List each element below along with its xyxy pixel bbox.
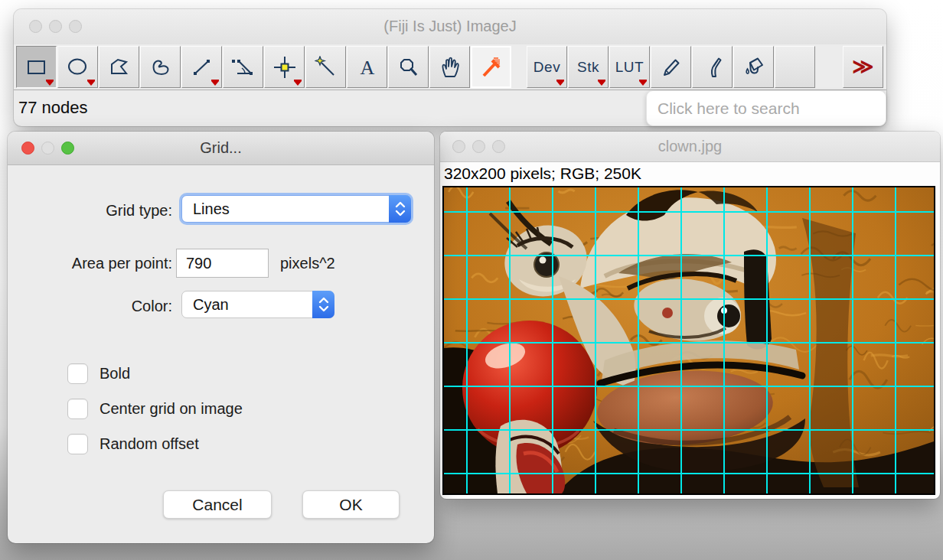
image-window-title: clown.jpg <box>440 138 940 155</box>
image-titlebar[interactable]: clown.jpg <box>440 132 940 162</box>
random-offset-checkbox-row: Random offset <box>67 434 199 454</box>
tool-menu-marker <box>211 81 219 86</box>
svg-text:A: A <box>360 57 374 79</box>
tool-fill[interactable] <box>733 46 774 88</box>
stepper-icon <box>389 195 411 223</box>
area-per-point-label: Area per point: <box>8 255 172 272</box>
tool-menu-marker <box>556 81 564 86</box>
area-unit-label: pixels^2 <box>280 255 335 272</box>
main-window-title: (Fiji Is Just) ImageJ <box>14 18 886 35</box>
image-info-text: 320x200 pixels; RGB; 250K <box>444 164 641 183</box>
lut-label: LUT <box>615 59 644 76</box>
center-grid-checkbox[interactable] <box>67 399 88 419</box>
tool-freehand[interactable] <box>140 46 181 88</box>
main-status-text: 77 nodes <box>18 98 88 118</box>
more-tools-label: ≫ <box>852 57 873 77</box>
dialog-titlebar[interactable]: Grid... <box>8 132 434 165</box>
tool-angle[interactable] <box>223 46 263 88</box>
tool-color-picker[interactable] <box>471 46 511 88</box>
tool-polygon[interactable] <box>99 46 139 88</box>
dev-label: Dev <box>533 59 560 76</box>
stepper-icon <box>312 291 334 318</box>
color-value: Cyan <box>193 296 229 314</box>
center-grid-checkbox-label: Center grid on image <box>100 400 243 418</box>
tool-pencil[interactable] <box>651 46 691 88</box>
toolbar: A Dev Stk LUT <box>14 44 886 90</box>
cancel-button[interactable]: Cancel <box>163 490 272 519</box>
tool-lut-menu[interactable]: LUT <box>609 46 650 88</box>
tool-text[interactable]: A <box>347 46 387 88</box>
ok-button[interactable]: OK <box>302 490 400 519</box>
tool-menu-marker <box>598 81 605 86</box>
tool-menu-marker <box>639 81 647 86</box>
image-canvas[interactable] <box>442 186 935 495</box>
imagej-main-window: (Fiji Is Just) ImageJ <box>14 9 886 126</box>
clown-image-window: clown.jpg 320x200 pixels; RGB; 250K <box>440 132 940 499</box>
stk-label: Stk <box>577 59 599 76</box>
tool-zoom[interactable] <box>388 46 429 88</box>
bold-checkbox-label: Bold <box>100 365 130 383</box>
tool-rectangle[interactable] <box>16 46 57 88</box>
tool-dev-menu[interactable]: Dev <box>527 46 567 88</box>
tool-menu-marker <box>294 81 302 86</box>
random-offset-checkbox[interactable] <box>67 434 88 454</box>
tool-more-tools[interactable]: ≫ <box>843 46 883 88</box>
tool-wand[interactable] <box>305 46 346 88</box>
tool-hand[interactable] <box>429 46 470 88</box>
tool-empty-slot[interactable] <box>775 46 815 88</box>
grid-type-select[interactable]: Lines <box>181 195 411 223</box>
color-select[interactable]: Cyan <box>181 291 334 318</box>
tool-line[interactable] <box>181 46 222 88</box>
main-titlebar[interactable]: (Fiji Is Just) ImageJ <box>14 9 886 44</box>
random-offset-checkbox-label: Random offset <box>100 435 199 453</box>
tool-brush[interactable] <box>692 46 733 88</box>
grid-type-value: Lines <box>193 200 230 218</box>
area-per-point-input[interactable] <box>176 249 269 278</box>
bold-checkbox-row: Bold <box>67 363 130 384</box>
center-grid-checkbox-row: Center grid on image <box>67 399 243 419</box>
tool-point[interactable] <box>264 46 305 88</box>
toolbar-spacer <box>512 46 527 88</box>
bold-checkbox[interactable] <box>67 363 88 384</box>
tool-stk-menu[interactable]: Stk <box>568 46 609 88</box>
tool-menu-marker <box>46 81 54 86</box>
dialog-title: Grid... <box>8 139 434 157</box>
search-input[interactable] <box>646 90 886 126</box>
main-status-row: 77 nodes <box>14 91 886 126</box>
tool-menu-marker <box>87 81 95 86</box>
image-info-bar: 320x200 pixels; RGB; 250K <box>440 162 940 186</box>
color-label: Color: <box>8 298 172 315</box>
grid-dialog: Grid... Grid type: Lines Area per point:… <box>8 132 434 543</box>
clown-picture <box>444 187 934 493</box>
grid-type-label: Grid type: <box>8 202 172 220</box>
tool-oval[interactable] <box>57 46 98 88</box>
